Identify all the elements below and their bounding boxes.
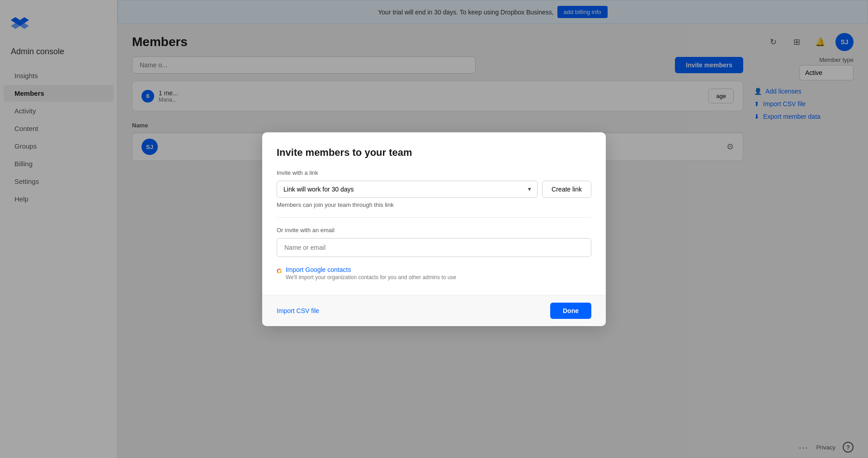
import-csv-footer-link[interactable]: Import CSV file [277, 307, 319, 314]
link-select-wrap: Link will work for 30 days Link will wor… [277, 181, 538, 198]
google-g-icon: G [277, 266, 282, 276]
import-google-contacts-link[interactable]: Import Google contacts [286, 266, 457, 273]
or-email-label: Or invite with an email [277, 227, 591, 234]
modal-overlay[interactable]: Invite members to your team Invite with … [0, 0, 868, 458]
dialog-footer: Import CSV file Done [262, 295, 606, 326]
invite-link-label: Invite with a link [277, 169, 591, 176]
google-import-subtitle: We'll import your organization contacts … [286, 274, 457, 280]
link-duration-select[interactable]: Link will work for 30 days Link will wor… [277, 181, 538, 198]
done-button[interactable]: Done [550, 303, 591, 319]
google-import-row: G Import Google contacts We'll import yo… [277, 266, 591, 280]
dialog-body: Invite members to your team Invite with … [262, 132, 606, 295]
invite-dialog: Invite members to your team Invite with … [262, 132, 606, 326]
google-import-info: Import Google contacts We'll import your… [286, 266, 457, 280]
email-input[interactable] [277, 238, 591, 257]
create-link-button[interactable]: Create link [542, 181, 591, 198]
dialog-title: Invite members to your team [277, 147, 591, 159]
link-helper-text: Members can join your team through this … [277, 201, 591, 218]
link-row: Link will work for 30 days Link will wor… [277, 181, 591, 198]
